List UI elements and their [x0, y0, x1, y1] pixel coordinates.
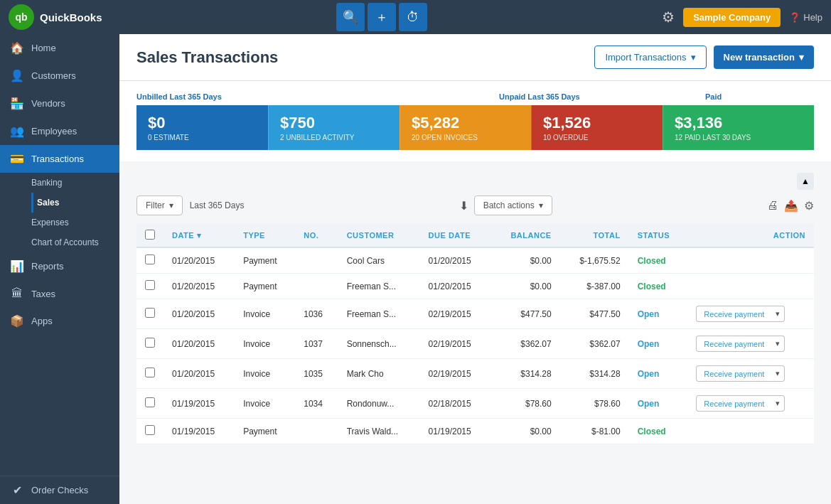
row-checkbox-3[interactable]	[145, 338, 155, 348]
select-all-checkbox[interactable]	[145, 230, 155, 240]
summary-section: Unbilled Last 365 Days Unpaid Last 365 D…	[119, 81, 831, 161]
row-checkbox-0[interactable]	[145, 254, 155, 264]
collapse-button[interactable]: ▲	[797, 173, 814, 190]
sidebar-sub-item-sales[interactable]: Sales	[31, 193, 119, 213]
card-amount: $0	[148, 114, 257, 132]
customers-icon: 👤	[10, 69, 24, 82]
status-badge: Closed	[638, 427, 666, 436]
card-label: 0 ESTIMATE	[148, 134, 257, 141]
cell-no	[295, 419, 338, 444]
chevron-down-icon: ▾	[691, 52, 696, 63]
action-dropdown-button[interactable]: ▾	[771, 365, 785, 382]
sidebar-item-vendors[interactable]: 🏪 Vendors	[0, 90, 119, 117]
import-label: Import Transactions	[605, 52, 686, 63]
vendors-icon: 🏪	[10, 97, 24, 110]
import-transactions-button[interactable]: Import Transactions ▾	[594, 45, 706, 69]
cell-type: Invoice	[235, 389, 295, 419]
cell-balance: $477.50	[491, 299, 560, 329]
summary-labels: Unbilled Last 365 Days Unpaid Last 365 D…	[136, 92, 814, 101]
col-total[interactable]: TOTAL	[560, 224, 629, 247]
cell-balance: $0.00	[491, 274, 560, 299]
receive-payment-button[interactable]: Receive payment	[696, 395, 771, 412]
cell-customer: Travis Wald...	[338, 419, 420, 444]
summary-cards: $0 0 ESTIMATE $750 2 UNBILLED ACTIVITY $…	[136, 105, 814, 150]
sidebar-item-customers[interactable]: 👤 Customers	[0, 62, 119, 90]
chevron-down-icon: ▾	[539, 200, 543, 210]
help-button[interactable]: ❓ Help	[789, 12, 822, 23]
receive-payment-button[interactable]: Receive payment	[696, 336, 771, 352]
sidebar-item-employees[interactable]: 👥 Employees	[0, 117, 119, 145]
action-group: Receive payment ▾	[696, 306, 805, 322]
cell-no: 1034	[295, 389, 338, 419]
action-dropdown-button[interactable]: ▾	[771, 306, 785, 322]
sidebar-item-label: Transactions	[31, 154, 84, 164]
col-customer[interactable]: CUSTOMER	[338, 224, 420, 247]
sidebar-item-taxes[interactable]: 🏛 Taxes	[0, 280, 119, 307]
action-dropdown-button[interactable]: ▾	[771, 395, 785, 412]
action-group: Receive payment ▾	[696, 395, 805, 412]
clock-button[interactable]: ⏱	[399, 3, 427, 31]
receive-payment-button[interactable]: Receive payment	[696, 306, 771, 322]
new-transaction-label: New transaction	[724, 52, 795, 63]
sidebar-item-label: Employees	[31, 126, 77, 136]
col-no[interactable]: NO.	[295, 224, 338, 247]
cell-due-date: 02/19/2015	[420, 299, 491, 329]
cell-balance: $78.60	[491, 389, 560, 419]
sidebar-item-transactions[interactable]: 💳 Transactions	[0, 145, 119, 173]
gear-button[interactable]: ⚙	[662, 9, 675, 26]
help-icon: ❓	[789, 12, 800, 23]
row-checkbox-2[interactable]	[145, 308, 155, 318]
cell-type: Payment	[235, 247, 295, 274]
card-open-invoices[interactable]: $5,282 20 OPEN INVOICES	[400, 105, 531, 150]
sidebar-sub-item-chart-of-accounts[interactable]: Chart of Accounts	[31, 232, 119, 252]
col-status[interactable]: STATUS	[629, 224, 688, 247]
row-checkbox-1[interactable]	[145, 280, 155, 290]
settings-button[interactable]: ⚙	[804, 199, 814, 213]
cell-no	[295, 247, 338, 274]
row-checkbox-6[interactable]	[145, 425, 155, 435]
date-range-label: Last 365 Days	[190, 200, 245, 210]
card-paid[interactable]: $3,136 12 PAID LAST 30 DAYS	[663, 105, 814, 150]
card-overdue[interactable]: $1,526 10 OVERDUE	[531, 105, 663, 150]
action-dropdown-button[interactable]: ▾	[771, 336, 785, 352]
col-type[interactable]: TYPE	[235, 224, 295, 247]
search-button[interactable]: 🔍	[336, 3, 365, 31]
receive-payment-button[interactable]: Receive payment	[696, 365, 771, 382]
sidebar-item-home[interactable]: 🏠 Home	[0, 34, 119, 62]
col-balance[interactable]: BALANCE	[491, 224, 560, 247]
row-checkbox-4[interactable]	[145, 368, 155, 377]
sidebar-sub-item-banking[interactable]: Banking	[31, 173, 119, 193]
col-due-date[interactable]: DUE DATE	[420, 224, 491, 247]
sidebar-item-apps[interactable]: 📦 Apps	[0, 307, 119, 335]
cell-date: 01/20/2015	[163, 247, 235, 274]
unbilled-label: Unbilled Last 365 Days	[136, 92, 499, 101]
card-estimate[interactable]: $0 0 ESTIMATE	[136, 105, 268, 150]
card-unbilled[interactable]: $750 2 UNBILLED ACTIVITY	[268, 105, 400, 150]
company-button[interactable]: Sample Company	[683, 8, 781, 27]
sidebar-item-order-checks[interactable]: ✔ Order Checks	[0, 476, 119, 504]
page-title: Sales Transactions	[136, 48, 278, 67]
paid-label: Paid	[705, 92, 722, 101]
cell-date: 01/20/2015	[163, 299, 235, 329]
add-button[interactable]: ＋	[368, 3, 396, 31]
home-icon: 🏠	[10, 41, 24, 55]
table-row: 01/20/2015 Payment Freeman S... 01/20/20…	[136, 274, 814, 299]
sidebar-sub-item-expenses[interactable]: Expenses	[31, 213, 119, 232]
row-checkbox-5[interactable]	[145, 397, 155, 407]
header-actions: Import Transactions ▾ New transaction ▾	[594, 45, 814, 69]
print-button[interactable]: 🖨	[767, 199, 778, 212]
logo[interactable]: qb QuickBooks	[9, 4, 102, 30]
sidebar-item-reports[interactable]: 📊 Reports	[0, 252, 119, 280]
sort-button[interactable]: ⬇	[459, 199, 468, 213]
cell-action: Receive payment ▾	[687, 329, 814, 359]
table-row: 01/20/2015 Invoice 1035 Mark Cho 02/19/2…	[136, 359, 814, 389]
new-transaction-button[interactable]: New transaction ▾	[714, 45, 814, 69]
cell-type: Payment	[235, 274, 295, 299]
batch-actions-button[interactable]: Batch actions ▾	[474, 195, 552, 215]
filter-button[interactable]: Filter ▾	[136, 195, 183, 215]
col-date[interactable]: DATE ▾	[163, 224, 235, 247]
export-button[interactable]: 📤	[784, 199, 798, 213]
status-badge: Open	[638, 399, 660, 409]
top-bar: qb QuickBooks 🔍 ＋ ⏱ ⚙ Sample Company ❓ H…	[0, 0, 831, 34]
transactions-table: DATE ▾ TYPE NO. CUSTOMER DUE DATE BALANC…	[136, 224, 814, 444]
